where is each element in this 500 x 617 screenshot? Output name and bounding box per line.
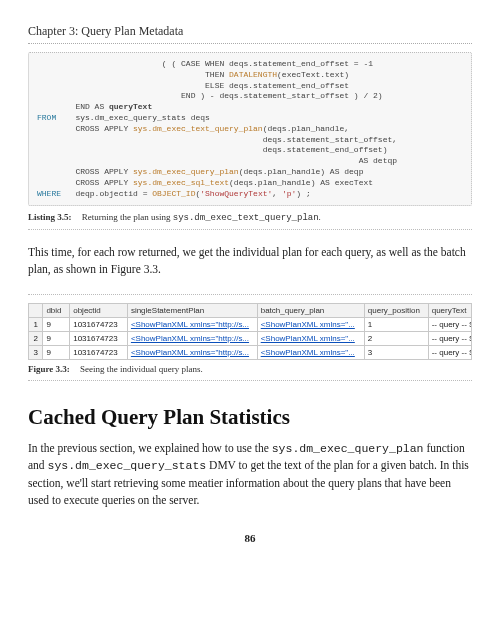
listing-text: Returning the plan using sys.dm_exec_tex… [82,212,321,222]
cell-bqp[interactable]: <ShowPlanXML xmlns="... [257,317,364,331]
table-row: 1 9 1031674723 <ShowPlanXML xmlns="http:… [29,317,472,331]
cell-objectid: 1031674723 [70,317,128,331]
showplan-link[interactable]: <ShowPlanXML xmlns="... [261,320,355,329]
code-line: ( ( CASE WHEN deqs.statement_end_offset … [37,59,373,68]
paragraph: This time, for each row returned, we get… [28,244,472,277]
header-dbid: dbid [43,303,70,317]
figure-caption: Figure 3.3: Seeing the individual query … [28,364,472,381]
cell-ssp[interactable]: <ShowPlanXML xmlns="http://s... [127,331,257,345]
cell-qt: -- query -- SEL [428,331,471,345]
cell-dbid: 9 [43,345,70,359]
showplan-link[interactable]: <ShowPlanXML xmlns="... [261,348,355,357]
code-line: CROSS APPLY sys.dm_exec_text_query_plan(… [37,124,349,133]
header-batchqueryplan: batch_query_plan [257,303,364,317]
code-line: AS detqp [37,156,397,165]
code-line: WHERE deqp.objectid = OBJECT_ID('ShowQue… [37,189,311,198]
cell-bqp[interactable]: <ShowPlanXML xmlns="... [257,345,364,359]
table-header-row: dbid objectid singleStatementPlan batch_… [29,303,472,317]
header-queryposition: query_position [364,303,428,317]
code-line: deqs.statement_start_offset, [37,135,397,144]
page-number: 86 [28,532,472,544]
cell-ssp[interactable]: <ShowPlanXML xmlns="http://s... [127,317,257,331]
cell-ssp[interactable]: <ShowPlanXML xmlns="http://s... [127,345,257,359]
code-line: FROM sys.dm_exec_query_stats deqs [37,113,210,122]
table-row: 2 9 1031674723 <ShowPlanXML xmlns="http:… [29,331,472,345]
code-line: END AS queryText [37,102,152,111]
code-line: THEN DATALENGTH(execText.text) [37,70,349,79]
row-index: 3 [29,345,43,359]
cell-bqp[interactable]: <ShowPlanXML xmlns="... [257,331,364,345]
section-heading: Cached Query Plan Statistics [28,405,472,430]
code-line: END ) - deqs.statement_start_offset ) / … [37,91,383,100]
showplan-link[interactable]: <ShowPlanXML xmlns="http://s... [131,334,249,343]
cell-qt: -- query -- SEL [428,317,471,331]
figure-label: Figure 3.3: [28,364,70,374]
row-index: 1 [29,317,43,331]
figure-text: Seeing the individual query plans. [80,364,203,374]
header-singlestatementplan: singleStatementPlan [127,303,257,317]
code-line: CROSS APPLY sys.dm_exec_query_plan(deqs.… [37,167,363,176]
cell-dbid: 9 [43,331,70,345]
code-line: CROSS APPLY sys.dm_exec_sql_text(deqs.pl… [37,178,373,187]
header-idx [29,303,43,317]
code-line: ELSE deqs.statement_end_offset [37,81,349,90]
page: Chapter 3: Query Plan Metadata ( ( CASE … [0,0,500,564]
cell-objectid: 1031674723 [70,345,128,359]
row-index: 2 [29,331,43,345]
chapter-header: Chapter 3: Query Plan Metadata [28,24,472,39]
code-listing: ( ( CASE WHEN deqs.statement_end_offset … [28,52,472,206]
showplan-link[interactable]: <ShowPlanXML xmlns="http://s... [131,320,249,329]
cell-qpos: 1 [364,317,428,331]
code-line: deqs.statement_end_offset) [37,145,387,154]
listing-caption: Listing 3.5: Returning the plan using sy… [28,212,472,230]
divider [28,43,472,44]
cell-qpos: 2 [364,331,428,345]
cell-dbid: 9 [43,317,70,331]
cell-qt: -- query -- SEL [428,345,471,359]
showplan-link[interactable]: <ShowPlanXML xmlns="http://s... [131,348,249,357]
paragraph: In the previous section, we explained ho… [28,440,472,509]
showplan-link[interactable]: <ShowPlanXML xmlns="... [261,334,355,343]
table-row: 3 9 1031674723 <ShowPlanXML xmlns="http:… [29,345,472,359]
header-querytext: queryText [428,303,471,317]
listing-label: Listing 3.5: [28,212,72,222]
results-table: dbid objectid singleStatementPlan batch_… [28,303,472,360]
cell-objectid: 1031674723 [70,331,128,345]
header-objectid: objectid [70,303,128,317]
cell-qpos: 3 [364,345,428,359]
results-table-wrap: dbid objectid singleStatementPlan batch_… [28,294,472,360]
